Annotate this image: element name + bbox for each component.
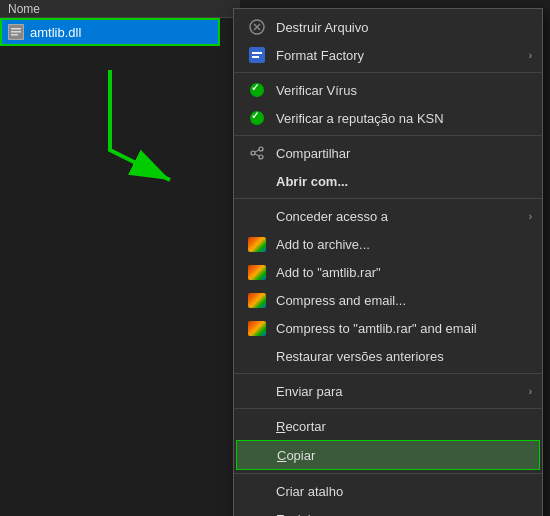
enviar-para-label: Enviar para xyxy=(276,384,526,399)
menu-item-format-factory[interactable]: Format Factory › xyxy=(234,41,542,69)
context-menu: Destruir Arquivo Format Factory › Verifi… xyxy=(233,8,543,516)
destruir-icon xyxy=(246,18,268,36)
svg-point-12 xyxy=(251,151,255,155)
svg-rect-9 xyxy=(252,52,262,54)
kaspersky-check-icon-2 xyxy=(246,109,268,127)
conceder-acesso-icon xyxy=(246,207,268,225)
copiar-icon xyxy=(247,446,269,464)
green-arrow xyxy=(80,60,200,190)
column-header-name: Nome xyxy=(8,2,40,16)
svg-rect-2 xyxy=(11,31,21,33)
criar-atalho-icon xyxy=(246,482,268,500)
format-factory-arrow: › xyxy=(529,50,532,61)
file-type-icon xyxy=(8,24,24,40)
excluir-label: Excluir xyxy=(276,512,526,517)
menu-item-compartilhar[interactable]: Compartilhar xyxy=(234,139,542,167)
recortar-icon xyxy=(246,417,268,435)
menu-item-verificar-reputacao[interactable]: Verificar a reputação na KSN xyxy=(234,104,542,132)
menu-item-conceder-acesso[interactable]: Conceder acesso a › xyxy=(234,202,542,230)
rar-icon-1 xyxy=(246,235,268,253)
compress-amtlib-email-label: Compress to "amtlib.rar" and email xyxy=(276,321,526,336)
menu-item-verificar-virus[interactable]: Verificar Vírus xyxy=(234,76,542,104)
restaurar-icon xyxy=(246,347,268,365)
compress-email-label: Compress and email... xyxy=(276,293,526,308)
column-header: Nome xyxy=(0,0,240,18)
kaspersky-check-icon-1 xyxy=(246,81,268,99)
svg-line-14 xyxy=(255,150,259,152)
add-to-amtlib-label: Add to "amtlib.rar" xyxy=(276,265,526,280)
destruir-label: Destruir Arquivo xyxy=(276,20,526,35)
share-icon xyxy=(246,144,268,162)
conceder-acesso-arrow: › xyxy=(529,211,532,222)
restaurar-label: Restaurar versões anteriores xyxy=(276,349,526,364)
menu-item-excluir[interactable]: Excluir xyxy=(234,505,542,516)
enviar-para-arrow: › xyxy=(529,386,532,397)
enviar-para-icon xyxy=(246,382,268,400)
svg-line-15 xyxy=(255,154,259,156)
separator-2 xyxy=(234,135,542,136)
copiar-label: Copiar xyxy=(277,448,525,463)
svg-rect-1 xyxy=(11,28,21,30)
separator-3 xyxy=(234,198,542,199)
add-to-archive-label: Add to archive... xyxy=(276,237,526,252)
excluir-icon xyxy=(246,510,268,516)
verificar-virus-label: Verificar Vírus xyxy=(276,83,526,98)
svg-rect-3 xyxy=(11,34,18,36)
rar-icon-2 xyxy=(246,263,268,281)
separator-5 xyxy=(234,408,542,409)
svg-point-11 xyxy=(259,147,263,151)
menu-item-compress-email[interactable]: Compress and email... xyxy=(234,286,542,314)
menu-item-copiar[interactable]: Copiar xyxy=(236,440,540,470)
menu-item-abrir-com[interactable]: Abrir com... xyxy=(234,167,542,195)
abrir-com-label: Abrir com... xyxy=(276,174,526,189)
menu-item-criar-atalho[interactable]: Criar atalho xyxy=(234,477,542,505)
separator-1 xyxy=(234,72,542,73)
svg-rect-8 xyxy=(249,47,265,63)
separator-4 xyxy=(234,373,542,374)
format-factory-label: Format Factory xyxy=(276,48,526,63)
menu-item-restaurar[interactable]: Restaurar versões anteriores xyxy=(234,342,542,370)
rar-icon-4 xyxy=(246,319,268,337)
format-factory-icon xyxy=(246,46,268,64)
separator-6 xyxy=(234,473,542,474)
verificar-reputacao-label: Verificar a reputação na KSN xyxy=(276,111,526,126)
file-item[interactable]: amtlib.dll xyxy=(0,18,220,46)
rar-icon-3 xyxy=(246,291,268,309)
file-name-label: amtlib.dll xyxy=(30,25,81,40)
menu-item-add-to-archive[interactable]: Add to archive... xyxy=(234,230,542,258)
menu-item-recortar[interactable]: Recortar xyxy=(234,412,542,440)
svg-point-13 xyxy=(259,155,263,159)
compartilhar-label: Compartilhar xyxy=(276,146,526,161)
criar-atalho-label: Criar atalho xyxy=(276,484,526,499)
abrir-com-icon xyxy=(246,172,268,190)
svg-rect-10 xyxy=(252,56,259,58)
recortar-label: Recortar xyxy=(276,419,526,434)
menu-item-add-to-amtlib[interactable]: Add to "amtlib.rar" xyxy=(234,258,542,286)
menu-item-enviar-para[interactable]: Enviar para › xyxy=(234,377,542,405)
conceder-acesso-label: Conceder acesso a xyxy=(276,209,526,224)
menu-item-destruir[interactable]: Destruir Arquivo xyxy=(234,13,542,41)
menu-item-compress-amtlib-email[interactable]: Compress to "amtlib.rar" and email xyxy=(234,314,542,342)
